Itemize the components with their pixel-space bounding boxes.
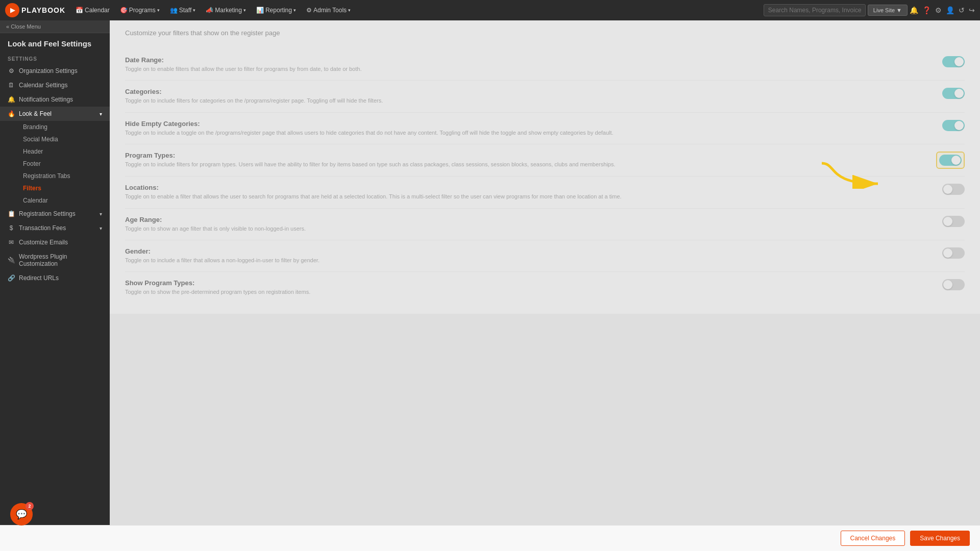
toggle-showprogramtypes[interactable]: [942, 279, 965, 290]
gear-icon[interactable]: ⚙: [935, 6, 942, 14]
logout-icon[interactable]: ↪: [969, 6, 975, 14]
sidebar-sub-header[interactable]: Header: [15, 145, 110, 158]
filter-row: Show Program Types:Toggle on to show the…: [125, 272, 965, 303]
filter-desc: Toggle on to include filters for categor…: [125, 97, 932, 105]
registration-settings-icon: 📋: [8, 210, 15, 217]
bottom-bar: Cancel Changes Save Changes: [0, 525, 980, 531]
sidebar-sub-footer[interactable]: Footer: [15, 158, 110, 170]
filter-desc: Toggle on to show an age filter that is …: [125, 225, 932, 233]
top-nav: ▶ PLAYBOOK 📅 Calendar 🎯 Programs ▾ 👥 Sta…: [0, 0, 980, 20]
org-settings-icon: ⚙: [8, 67, 15, 74]
toggle-programtypes[interactable]: [939, 155, 962, 166]
sidebar-item-calendar-settings[interactable]: 🗓 Calendar Settings: [0, 78, 110, 92]
sidebar-item-look-feel[interactable]: 🔥 Look & Feel ▾: [0, 107, 110, 121]
toggle-daterange[interactable]: [942, 56, 965, 67]
toggle-agerange[interactable]: [942, 216, 965, 227]
filter-row: Age Range:Toggle on to show an age filte…: [125, 209, 965, 240]
sidebar-item-transaction-fees[interactable]: $ Transaction Fees ▾: [0, 221, 110, 235]
chat-widget[interactable]: 💬 2: [10, 503, 33, 525]
filter-name: Categories:: [125, 88, 932, 95]
nav-calendar[interactable]: 📅 Calendar: [71, 0, 114, 20]
look-feel-submenu: Branding Social Media Header Footer Regi…: [0, 121, 110, 207]
toggle-gender[interactable]: [942, 247, 965, 259]
bell-icon[interactable]: 🔔: [910, 6, 918, 14]
search-input[interactable]: [764, 4, 866, 16]
nav-staff[interactable]: 👥 Staff ▾: [166, 0, 200, 20]
filter-row: Date Range:Toggle on to enable filters t…: [125, 49, 965, 81]
sidebar-item-wordpress[interactable]: 🔌 Wordpress Plugin Customization: [0, 249, 110, 271]
calendar-settings-icon: 🗓: [8, 82, 15, 89]
sidebar-item-notification-settings[interactable]: 🔔 Notification Settings: [0, 92, 110, 107]
help-icon[interactable]: ❓: [922, 6, 931, 14]
filter-name: Hide Empty Categories:: [125, 120, 932, 128]
customize-emails-icon: ✉: [8, 239, 15, 246]
filter-desc: Toggle on to show the pre-determined pro…: [125, 288, 932, 296]
sidebar-sub-social-media[interactable]: Social Media: [15, 133, 110, 145]
sidebar-item-customize-emails[interactable]: ✉ Customize Emails: [0, 235, 110, 249]
sidebar-page-title: Look and Feel Settings: [0, 33, 110, 52]
filter-desc: Toggle on to include filters for program…: [125, 161, 926, 168]
filter-name: Age Range:: [125, 216, 932, 223]
filter-name: Date Range:: [125, 56, 932, 64]
filter-name: Show Program Types:: [125, 279, 932, 287]
nav-marketing[interactable]: 📣 Marketing ▾: [202, 0, 250, 20]
content-area: ✔ Branding ✔ Social Media ✔ Header ✔ Foo…: [110, 0, 980, 531]
history-icon[interactable]: ↺: [959, 6, 965, 14]
main-content: Customize your filters that show on the …: [110, 19, 980, 314]
sidebar-item-registration-settings[interactable]: 📋 Registration Settings ▾: [0, 207, 110, 221]
look-feel-icon: 🔥: [8, 110, 15, 117]
filter-name: Program Types:: [125, 152, 926, 159]
nav-programs[interactable]: 🎯 Programs ▾: [116, 0, 164, 20]
filter-desc: Toggle on to enable filters that allow t…: [125, 65, 932, 73]
page-subtitle: Customize your filters that show on the …: [125, 29, 965, 37]
transaction-fees-arrow: ▾: [100, 226, 102, 231]
toggle-highlight: [936, 152, 965, 169]
filter-desc: Toggle on to enable a filter that allows…: [125, 193, 932, 201]
filter-desc: Toggle on to include a filter that allow…: [125, 257, 932, 264]
sidebar-item-organization-settings[interactable]: ⚙ Organization Settings: [0, 64, 110, 78]
filter-desc: Toggle on to include a toggle on the /pr…: [125, 129, 932, 137]
reg-settings-arrow: ▾: [100, 211, 102, 217]
user-icon[interactable]: 👤: [946, 6, 954, 14]
settings-label: SETTINGS: [0, 52, 110, 64]
filter-name: Locations:: [125, 184, 932, 191]
transaction-fees-icon: $: [8, 224, 15, 232]
chat-icon: 💬: [16, 509, 27, 520]
wordpress-icon: 🔌: [8, 257, 15, 264]
nav-admintools[interactable]: ⚙ Admin Tools ▾: [302, 0, 355, 20]
toggle-hideemptycategories[interactable]: [942, 120, 965, 131]
nav-reporting[interactable]: 📊 Reporting ▾: [252, 0, 300, 20]
sidebar-sub-branding[interactable]: Branding: [15, 121, 110, 133]
close-menu-button[interactable]: « Close Menu: [0, 20, 110, 33]
filter-row: Program Types:Toggle on to include filte…: [125, 144, 965, 177]
live-site-button[interactable]: Live Site ▼: [868, 5, 908, 16]
redirect-urls-icon: 🔗: [8, 274, 15, 282]
logo-icon: ▶: [5, 3, 19, 17]
sidebar-item-redirect-urls[interactable]: 🔗 Redirect URLs: [0, 271, 110, 285]
filter-row: Hide Empty Categories:Toggle on to inclu…: [125, 113, 965, 144]
sidebar-sub-filters[interactable]: Filters: [15, 182, 110, 194]
toggle-locations[interactable]: [942, 184, 965, 195]
filters-container: Date Range:Toggle on to enable filters t…: [125, 49, 965, 304]
sidebar: « Close Menu Look and Feel Settings SETT…: [0, 20, 110, 531]
toggle-categories[interactable]: [942, 88, 965, 99]
sidebar-sub-calendar[interactable]: Calendar: [15, 194, 110, 207]
chat-badge: 2: [26, 502, 34, 510]
sidebar-sub-registration-tabs[interactable]: Registration Tabs: [15, 170, 110, 182]
logo-text: PLAYBOOK: [21, 6, 65, 14]
logo[interactable]: ▶ PLAYBOOK: [5, 3, 65, 17]
filter-row: Gender:Toggle on to include a filter tha…: [125, 240, 965, 272]
filter-row: Locations:Toggle on to enable a filter t…: [125, 177, 965, 208]
look-feel-arrow: ▾: [100, 111, 102, 117]
notification-settings-icon: 🔔: [8, 96, 15, 103]
filter-name: Gender:: [125, 247, 932, 255]
filter-row: Categories:Toggle on to include filters …: [125, 81, 965, 112]
